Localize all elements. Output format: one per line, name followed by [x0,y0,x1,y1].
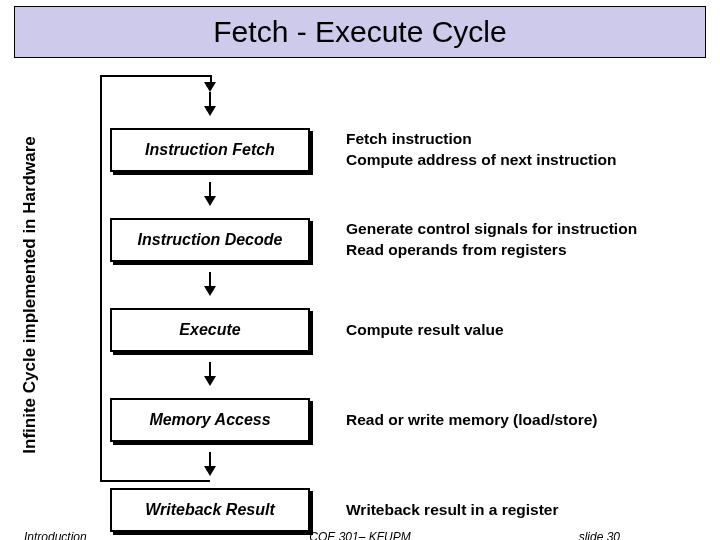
arrow-execute-memory [110,362,310,392]
stage-decode: Instruction Decode Generate control sign… [110,216,690,264]
footer-right: slide 30 [579,530,620,540]
stage-desc-decode: Generate control signals for instruction… [346,219,690,261]
stage-fetch: Instruction Fetch Fetch instructionCompu… [110,126,690,174]
stage-box-memory: Memory Access [110,398,310,442]
stage-box-writeback: Writeback Result [110,488,310,532]
slide-title: Fetch - Execute Cycle [213,15,506,49]
stage-memory: Memory Access Read or write memory (load… [110,396,690,444]
stage-desc-execute: Compute result value [346,320,690,341]
stage-writeback: Writeback Result Writeback result in a r… [110,486,690,534]
arrow-into-fetch [110,92,310,122]
arrow-decode-execute [110,272,310,302]
stage-box-execute: Execute [110,308,310,352]
slide-title-bar: Fetch - Execute Cycle [14,6,706,58]
stage-box-fetch: Instruction Fetch [110,128,310,172]
stage-box-decode: Instruction Decode [110,218,310,262]
stage-desc-memory: Read or write memory (load/store) [346,410,690,431]
cycle-label: Infinite Cycle implemented in Hardware [20,136,40,453]
stages-column: Instruction Fetch Fetch instructionCompu… [110,92,690,540]
stage-desc-writeback: Writeback result in a register [346,500,690,521]
stage-desc-fetch: Fetch instructionCompute address of next… [346,129,690,171]
arrow-fetch-decode [110,182,310,212]
footer-center: COE 301– KFUPM [309,530,410,540]
footer-left: Introduction [24,530,87,540]
stage-execute: Execute Compute result value [110,306,690,354]
arrow-memory-writeback [110,452,310,482]
